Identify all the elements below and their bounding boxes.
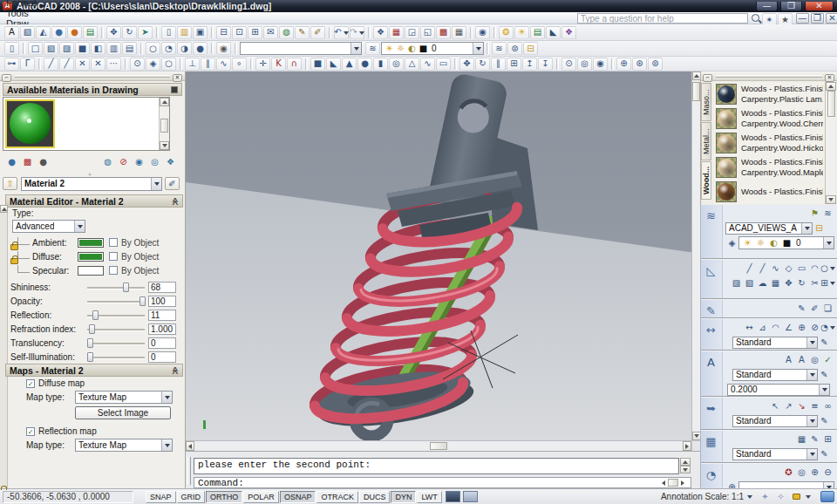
gradient-icon[interactable]: ▧	[743, 277, 756, 289]
plot-preview-icon[interactable]: ⊡	[232, 26, 247, 39]
send-to-back-icon[interactable]: ✐	[808, 303, 821, 315]
shade-gouraud-icon[interactable]: ◔	[161, 42, 176, 55]
slider-value-input[interactable]: 11	[148, 310, 176, 321]
new-file-icon[interactable]: ▯	[161, 26, 176, 39]
chevron-down-icon[interactable]	[801, 223, 812, 234]
2d-navigate-panel-icon[interactable]: ◔	[703, 467, 720, 482]
insert-table-icon[interactable]: ▦	[795, 433, 808, 446]
drawing-viewport[interactable]	[186, 72, 691, 440]
status-toggle-osnap[interactable]: OSNAP	[280, 491, 316, 503]
diffuse-specular-link-lock-icon[interactable]	[10, 258, 18, 264]
acad-views-select[interactable]: ACAD_VIEWS_A	[725, 222, 813, 235]
coordinate-readout[interactable]: -50.3606, -5.0630 , 0.0000	[3, 491, 133, 503]
collect-leaders-icon[interactable]: ∞	[821, 400, 834, 412]
apply-material-icon[interactable]: ◍	[100, 155, 115, 168]
helix-icon[interactable]: ∿	[420, 58, 435, 71]
material-list-item[interactable]: Woods - Plastics.FinishCarpentry.Plastic…	[714, 82, 825, 106]
reflection-map-type-select[interactable]: Texture Map	[75, 439, 173, 452]
preview-scrollbar[interactable]	[159, 98, 169, 150]
ambient-diffuse-link-lock-icon[interactable]	[10, 244, 18, 250]
layer-on-icon[interactable]: ☀	[384, 43, 395, 54]
3d-align-icon[interactable]: ∥	[491, 58, 506, 71]
spell-check-icon[interactable]: ✓	[821, 354, 834, 366]
redo-icon[interactable]: ↷	[350, 26, 364, 39]
collapse-chevron-icon[interactable]: ≪	[170, 366, 179, 374]
material-editor-header[interactable]: Material Editor - Material 2≪	[5, 194, 183, 208]
title-bar[interactable]: A AutoCAD 2008 - [C:\Users\slan\Desktop\…	[0, 0, 837, 12]
scroll-down-icon[interactable]	[680, 466, 691, 473]
color-swatch[interactable]	[78, 252, 104, 262]
3d-rotate-icon[interactable]: ↻	[475, 58, 490, 71]
render-sphere-icon[interactable]: ●	[67, 26, 82, 39]
slider-value-input[interactable]: 1.000	[148, 324, 176, 335]
command-h-scrollbar[interactable]	[659, 479, 687, 487]
slider-value-input[interactable]: 0	[148, 337, 176, 349]
text-height-select[interactable]: 0.2000	[727, 384, 830, 396]
maps-header[interactable]: Maps - Material 2≪	[5, 364, 183, 377]
chevron-down-icon[interactable]	[74, 221, 85, 232]
mdi-restore-button[interactable]: ❐	[811, 13, 824, 24]
text-style-icon[interactable]: A	[4, 26, 19, 39]
material-list-item[interactable]: Woods - Plastics.FinishCarpentry.Wood.Ch…	[714, 106, 825, 131]
convert-materials-icon[interactable]: ❖	[163, 155, 178, 168]
viewport-horizontal-scrollbar[interactable]	[186, 440, 691, 451]
osnap-none-icon[interactable]: K	[271, 58, 286, 71]
scroll-down-icon[interactable]	[160, 141, 169, 150]
palette-tab-metal[interactable]: Metal...	[701, 122, 711, 160]
draw-order-panel-icon[interactable]: ✎	[703, 303, 720, 318]
chevron-down-icon[interactable]	[830, 267, 835, 273]
undo-icon[interactable]: ↶	[334, 26, 349, 39]
slider-thumb[interactable]	[92, 310, 99, 320]
table-style-select[interactable]: Standard	[732, 448, 818, 460]
chevron-down-icon[interactable]	[806, 495, 811, 501]
etransmit-icon[interactable]: ✉	[263, 26, 278, 39]
osnap-intersection-icon[interactable]: ✕	[75, 58, 90, 71]
xref-manager-icon[interactable]: ◱	[420, 26, 435, 39]
adjust-distance-icon[interactable]: ⊛	[632, 58, 647, 71]
torus-primitive-icon[interactable]: ◎	[389, 58, 404, 71]
multileader-style-select[interactable]: Standard	[732, 415, 818, 427]
palette-grab-close-icon[interactable]: ✕	[825, 74, 834, 82]
scroll-left-icon[interactable]	[186, 441, 194, 451]
layer-lock-icon[interactable]: ◐	[406, 43, 418, 54]
vs-3d-wireframe-icon[interactable]: ▧	[44, 42, 58, 55]
render-icon[interactable]: ❖	[561, 26, 576, 39]
view-name-select[interactable]	[240, 42, 362, 55]
box-3d-icon[interactable]: ▧	[20, 26, 35, 39]
steering-wheel-icon[interactable]: ✪	[782, 467, 795, 479]
vs-3d-hidden-icon[interactable]: ▨	[59, 42, 74, 55]
status-toggle-grid[interactable]: GRID	[177, 491, 206, 503]
camera-swivel-icon[interactable]: ⊕	[616, 58, 631, 71]
chevron-down-icon[interactable]	[806, 416, 817, 426]
block-editor-icon[interactable]: ◲	[405, 26, 419, 39]
linear-dimension-icon[interactable]: ↔	[743, 322, 756, 334]
material-attachments-icon[interactable]: ◎	[147, 155, 162, 168]
multileader-panel-icon[interactable]: ➥	[703, 400, 720, 416]
vs-2d-wireframe-icon[interactable]: □	[28, 42, 43, 55]
sphere-primitive-icon[interactable]: ●	[357, 58, 372, 71]
publish-icon[interactable]: ⊞	[248, 26, 262, 39]
select-image-button[interactable]: Select Image	[75, 406, 171, 419]
palette-scrollbar[interactable]	[0, 205, 8, 504]
osnap-extension-icon[interactable]: ⋯	[106, 58, 121, 71]
aligned-dimension-icon[interactable]: ⊿	[756, 322, 769, 334]
chevron-down-icon[interactable]	[359, 31, 364, 37]
status-toggle-ortho[interactable]: ORTHO	[206, 491, 242, 503]
annotation-scale-value[interactable]: 1:1	[732, 492, 744, 501]
dashboard-layer-select[interactable]: ☀☼◐■ 0	[738, 236, 834, 249]
cylinder-primitive-icon[interactable]: ▮	[373, 58, 388, 71]
3d-array-icon[interactable]: ⊞	[507, 58, 521, 71]
create-material-icon[interactable]: ●	[4, 155, 19, 168]
command-window-grip[interactable]	[187, 457, 191, 485]
line-icon[interactable]: ╱	[743, 262, 756, 275]
dash-layer-color-swatch[interactable]: ■	[780, 237, 793, 249]
table-panel-icon[interactable]: ▦	[703, 433, 720, 449]
dash-layer-on-icon[interactable]: ☀	[741, 237, 754, 249]
scroll-left-icon[interactable]	[659, 479, 668, 487]
chevron-down-icon[interactable]	[823, 482, 834, 489]
layer-states-icon[interactable]: ⊜	[507, 42, 522, 55]
mdi-minimize-button[interactable]: —	[796, 13, 809, 24]
osnap-nearest-icon[interactable]: ✛	[255, 58, 270, 71]
chevron-down-icon[interactable]	[344, 31, 349, 37]
layer-states-manager-icon[interactable]: ≋	[821, 208, 834, 220]
